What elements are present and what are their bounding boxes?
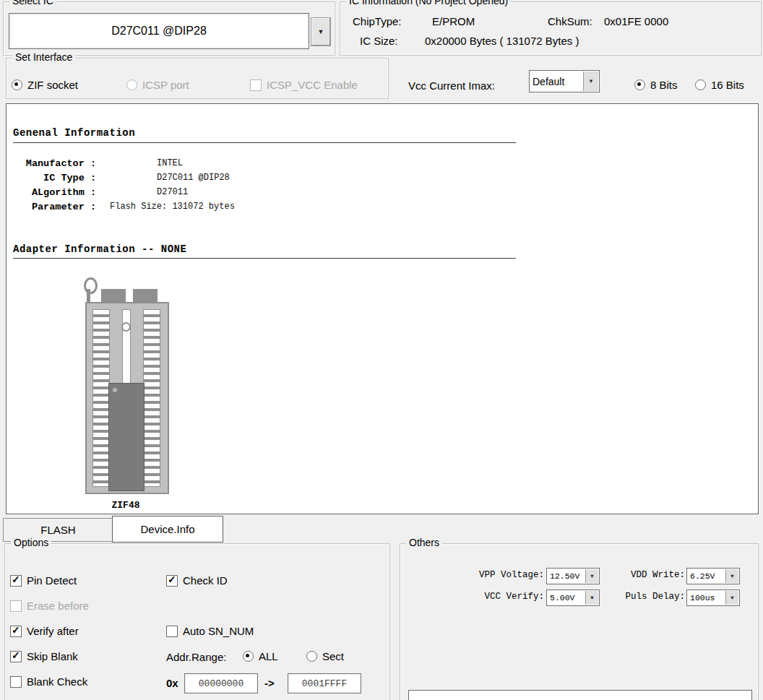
- others-group: Others: [400, 543, 759, 700]
- 8-bits-radio[interactable]: 8 Bits: [634, 79, 678, 91]
- vcc-verify-value: 5.00V: [550, 590, 575, 605]
- pin-detect-checkbox[interactable]: Pin Detect: [10, 574, 77, 587]
- addr-range-label: Addr.Range:: [166, 651, 226, 663]
- check-id-label: Check ID: [183, 574, 228, 587]
- pin-detect-label: Pin Detect: [27, 574, 77, 587]
- radio-button-icon: [306, 651, 317, 662]
- auto-sn-num-label: Auto SN_NUM: [183, 625, 254, 637]
- chip-type-value: E/PROM: [432, 15, 475, 27]
- checkbox-icon: [10, 676, 22, 688]
- dropdown-arrow-icon[interactable]: ▼: [585, 591, 598, 605]
- chksum-label: ChkSum:: [548, 15, 592, 27]
- dropdown-arrow-icon[interactable]: ▼: [585, 569, 598, 583]
- select-ic-combobox[interactable]: D27C011 @DIP28: [9, 13, 309, 49]
- checkbox-icon: [10, 575, 22, 587]
- vcc-verify-select[interactable]: 5.00V ▼: [546, 589, 600, 606]
- addr-from-value: 00000000: [199, 678, 243, 689]
- chksum-value: 0x01FE 0000: [604, 15, 668, 27]
- radio-button-icon: [126, 79, 137, 90]
- info-row-label: Manufactor :: [13, 158, 96, 169]
- verify-after-checkbox[interactable]: Verify after: [10, 625, 79, 637]
- vdd-write-select[interactable]: 6.25V ▼: [686, 568, 740, 584]
- checkbox-icon: [250, 79, 262, 91]
- skip-blank-checkbox[interactable]: Skip Blank: [10, 650, 78, 662]
- select-ic-dropdown-button[interactable]: ▼: [311, 17, 331, 46]
- icsp-port-label: ICSP port: [142, 79, 189, 91]
- info-row: Parameter : Flash Size: 131072 bytes: [13, 199, 235, 214]
- select-ic-group-title: Select IC: [9, 0, 56, 7]
- blank-check-checkbox[interactable]: Blank Check: [10, 675, 87, 688]
- addr-range-sect-radio[interactable]: Sect: [306, 650, 344, 662]
- checkbox-icon: [10, 626, 22, 637]
- addr-from-input[interactable]: 00000000: [184, 673, 258, 693]
- dropdown-arrow-icon[interactable]: ▼: [583, 72, 598, 91]
- vpp-voltage-label: VPP Voltage:: [443, 570, 544, 580]
- general-information-title: Genenal Information: [13, 127, 135, 139]
- blank-check-label: Blank Check: [27, 675, 87, 688]
- info-row: ALgorithm : D27011: [13, 185, 188, 199]
- auto-sn-num-checkbox[interactable]: Auto SN_NUM: [166, 625, 254, 637]
- radio-button-icon: [695, 79, 706, 90]
- ic-information-group: IC Information (No Project Opened): [340, 1, 762, 56]
- chip-pin1-dot: [113, 388, 117, 392]
- addr-range-all-label: ALL: [259, 650, 278, 662]
- zif48-label: ZIF48: [85, 500, 166, 511]
- vdd-write-value: 6.25V: [690, 569, 715, 584]
- info-row-value: D27011: [157, 187, 188, 197]
- icsp-vcc-enable-label: ICSP_VCC Enable: [267, 79, 358, 91]
- zif-top-tab: [101, 289, 126, 303]
- ic-size-value: 0x20000 Bytes ( 131072 Bytes ): [425, 35, 579, 47]
- vcc-current-imax-label: Vcc Current Imax:: [408, 79, 495, 92]
- puls-delay-select[interactable]: 100us ▼: [686, 589, 740, 606]
- info-row-value: Flash Size: 131072 bytes: [110, 202, 235, 212]
- checkbox-icon: [166, 626, 178, 637]
- chip-type-label: ChipType:: [353, 15, 402, 27]
- divider: [13, 142, 516, 143]
- set-interface-group-title: Set Interface: [12, 51, 75, 63]
- ic-information-group-title: IC Information (No Project Opened): [346, 0, 511, 7]
- dropdown-arrow-icon[interactable]: ▼: [725, 591, 738, 605]
- addr-range-all-radio[interactable]: ALL: [243, 650, 278, 662]
- zif-socket-label: ZIF socket: [27, 79, 78, 91]
- options-group-title: Options: [11, 537, 51, 548]
- adapter-information-title: Adapter Information -- NONE: [13, 243, 186, 255]
- info-row-value: D27C011 @DIP28: [157, 173, 230, 183]
- checkbox-icon: [166, 575, 178, 587]
- icsp-port-radio[interactable]: ICSP port: [126, 79, 189, 91]
- hex-prefix-label: 0x: [166, 677, 178, 689]
- icsp-vcc-enable-checkbox[interactable]: ICSP_VCC Enable: [250, 79, 358, 91]
- 16-bits-radio[interactable]: 16 Bits: [695, 79, 744, 91]
- erase-before-label: Erase before: [27, 600, 89, 612]
- verify-after-label: Verify after: [27, 625, 79, 637]
- info-row: Manufactor : INTEL: [13, 156, 183, 170]
- info-row-value: INTEL: [157, 158, 183, 168]
- checkbox-icon: [10, 651, 22, 662]
- zif-center-ring: [121, 322, 131, 332]
- vcc-verify-label: VCC Verify:: [443, 592, 544, 602]
- dropdown-arrow-icon[interactable]: ▼: [725, 569, 738, 583]
- check-id-checkbox[interactable]: Check ID: [166, 574, 228, 587]
- others-message-box: [408, 690, 752, 700]
- vdd-write-label: VDD Write:: [605, 570, 685, 580]
- zif-top-tab: [133, 289, 158, 303]
- addr-to-input[interactable]: 0001FFFF: [288, 673, 361, 693]
- inserted-chip: [108, 383, 145, 491]
- tab-device-info[interactable]: Device.Info: [112, 516, 223, 543]
- radio-button-icon: [12, 79, 22, 90]
- zif-socket-radio[interactable]: ZIF socket: [12, 79, 78, 91]
- divider: [13, 258, 516, 259]
- dropdown-arrow-icon: ▼: [318, 28, 324, 35]
- radio-button-icon: [243, 651, 254, 662]
- arrow-label: ->: [264, 677, 275, 689]
- vcc-current-imax-select[interactable]: Default ▼: [529, 70, 600, 92]
- addr-range-sect-label: Sect: [322, 650, 344, 662]
- erase-before-checkbox[interactable]: Erase before: [10, 600, 89, 612]
- zif-lever-stem: [87, 289, 90, 303]
- checkbox-icon: [10, 600, 22, 612]
- info-row-label: ALgorithm :: [13, 187, 96, 198]
- addr-to-value: 0001FFFF: [302, 678, 347, 689]
- vpp-voltage-select[interactable]: 12.50V ▼: [546, 568, 600, 584]
- zif-lever-icon: [84, 277, 98, 294]
- skip-blank-label: Skip Blank: [27, 650, 78, 662]
- radio-button-icon: [634, 79, 645, 90]
